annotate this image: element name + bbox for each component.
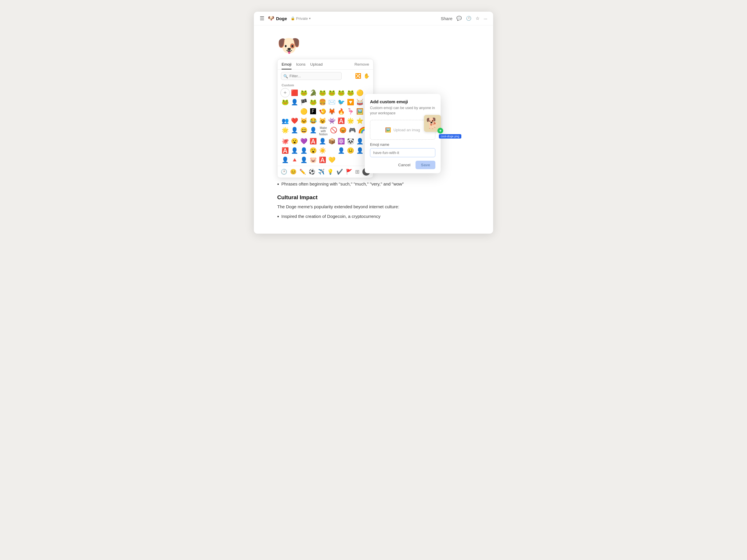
emoji-cell[interactable]: 🔥 — [336, 107, 346, 116]
emoji-cell[interactable]: 📦 — [327, 136, 336, 146]
emoji-cell[interactable]: 🦩 — [346, 107, 355, 116]
emoji-cell[interactable]: 👤 — [290, 146, 299, 155]
emoji-cell[interactable]: 🌟 — [346, 116, 355, 126]
emoji-cell[interactable]: 👤 — [299, 155, 308, 164]
emoji-cell[interactable]: MakewithNotion — [318, 126, 329, 136]
emoji-cell[interactable]: 🐸 — [308, 98, 318, 107]
objects-icon[interactable]: 💡 — [327, 168, 334, 175]
shuffle-icon[interactable]: 🔀 — [355, 73, 361, 79]
emoji-cell[interactable]: 😄 — [299, 126, 308, 135]
tab-icons[interactable]: Icons — [296, 59, 306, 70]
emoji-cell[interactable]: 👤 — [308, 126, 318, 135]
emoji-cell[interactable]: 🐙 — [280, 136, 290, 146]
emoji-cell[interactable]: 🍔 — [318, 98, 327, 107]
emoji-cell[interactable]: 🅰️ — [318, 155, 327, 164]
emoji-cell[interactable]: 🐸 — [299, 88, 308, 98]
emoji-cell[interactable]: 👤 — [290, 126, 299, 135]
emoji-cell[interactable]: 👤 — [318, 136, 327, 146]
emoji-cell[interactable]: 🅰️ — [336, 116, 346, 126]
emoji-cell[interactable]: 🐱 — [299, 116, 308, 126]
emoji-cell[interactable]: 😐 — [346, 146, 355, 155]
emoji-cell[interactable]: 🖼️ — [355, 107, 364, 116]
doc-icon-area[interactable]: 🐶 — [277, 25, 470, 59]
emoji-cell[interactable]: ☀️ — [318, 146, 327, 155]
emoji-cell[interactable]: 😺 — [318, 116, 327, 126]
hand-icon[interactable]: ✋ — [364, 73, 370, 79]
emoji-cell[interactable]: 🐊 — [308, 88, 318, 98]
emoji-cell[interactable]: 👤 — [355, 146, 364, 155]
emoji-cell[interactable]: 🐸 — [336, 88, 346, 98]
emoji-cell[interactable]: 😮 — [290, 136, 299, 146]
emoji-cell[interactable]: 👤 — [290, 98, 299, 107]
emoji-cell[interactable]: 🐸 — [346, 88, 355, 98]
grid-icon[interactable]: ⊞ — [355, 168, 360, 175]
save-button[interactable]: Save — [415, 161, 435, 169]
emoji-cell[interactable]: ❤️ — [290, 116, 299, 126]
edit-icon[interactable]: ✏️ — [300, 168, 306, 175]
symbols-icon[interactable]: ✔️ — [336, 168, 343, 175]
emoji-cell[interactable]: 🅰️ — [308, 136, 318, 146]
add-emoji-button[interactable]: + — [280, 88, 290, 98]
emoji-cell[interactable]: 🅵 — [308, 107, 318, 116]
emoji-cell[interactable]: 😂 — [308, 116, 318, 126]
emoji-cell[interactable]: 👾 — [327, 116, 336, 126]
comment-icon[interactable]: 💬 — [456, 16, 462, 21]
emoji-cell[interactable]: 🐸 — [280, 98, 290, 107]
emoji-cell[interactable]: 🚫 — [329, 126, 338, 135]
tab-emoji[interactable]: Emoji — [282, 59, 291, 70]
share-button[interactable]: Share — [441, 16, 452, 21]
emoji-cell[interactable]: 🔺 — [290, 155, 299, 164]
emoji-cell[interactable]: 👤 — [280, 155, 290, 164]
emoji-cell[interactable]: 🦊 — [327, 107, 336, 116]
emoji-cell[interactable]: 💜 — [299, 136, 308, 146]
emoji-cell[interactable]: 🏴 — [299, 98, 308, 107]
emoji-cell[interactable]: 👤 — [355, 136, 364, 146]
emoji-cell[interactable]: 😡 — [338, 126, 347, 135]
star-icon[interactable]: ☆ — [475, 16, 480, 21]
filter-input[interactable] — [281, 72, 342, 80]
emoji-cell[interactable]: 🎮 — [347, 126, 357, 135]
tab-upload[interactable]: Upload — [310, 59, 323, 70]
emoji-cell[interactable]: ✉️ — [327, 98, 336, 107]
emoji-cell[interactable]: 🍤 — [318, 107, 327, 116]
history-icon[interactable]: 🕐 — [466, 16, 471, 21]
emoji-cell[interactable]: 🐦 — [336, 98, 346, 107]
emoji-cell[interactable]: 🐸 — [327, 88, 336, 98]
emoji-name-input[interactable] — [370, 148, 435, 157]
emoji-cell[interactable]: 🐼 — [346, 136, 355, 146]
flags-icon[interactable]: 🚩 — [346, 168, 352, 175]
emoji-cell[interactable]: 🅰️ — [280, 146, 290, 155]
emoji-cell[interactable]: ⭐ — [355, 116, 364, 126]
remove-button[interactable]: Remove — [355, 62, 369, 66]
emoji-cell[interactable]: 👤 — [299, 146, 308, 155]
emoji-cell[interactable] — [336, 155, 346, 164]
filter-input-wrap: 🔍 — [281, 72, 353, 80]
smileys-icon[interactable]: 😊 — [290, 168, 297, 175]
emoji-cell[interactable] — [290, 107, 299, 116]
emoji-cell[interactable]: 💛 — [327, 155, 336, 164]
emoji-cell[interactable]: 🟥 — [290, 88, 299, 98]
doc-bullet-1: • Phrases often beginning with "such," "… — [277, 180, 470, 189]
activities-icon[interactable]: ⚽ — [309, 168, 315, 175]
custom-section-label: Custom — [278, 82, 373, 87]
emoji-cell[interactable]: ⚛️ — [336, 136, 346, 146]
emoji-cell[interactable]: 🐷 — [308, 155, 318, 164]
emoji-cell[interactable] — [280, 107, 290, 116]
emoji-cell[interactable]: 👤 — [336, 146, 346, 155]
emoji-cell[interactable]: 🟡 — [355, 88, 364, 98]
travel-icon[interactable]: ✈️ — [318, 168, 325, 175]
emoji-cell[interactable]: 🐸 — [318, 88, 327, 98]
upload-area[interactable]: 🖼️ Upload an imag 🐕 + cool-doge.png — [370, 120, 435, 140]
hamburger-icon[interactable]: ☰ — [260, 15, 264, 22]
recent-icon[interactable]: 🕐 — [281, 168, 287, 175]
emoji-cell[interactable]: 👥 — [280, 116, 290, 126]
emoji-cell[interactable]: 🔽 — [346, 98, 355, 107]
more-icon[interactable]: ··· — [484, 16, 487, 21]
private-toggle[interactable]: 🔒 Private ▾ — [291, 16, 311, 21]
cancel-button[interactable]: Cancel — [395, 161, 413, 169]
emoji-cell[interactable]: 🌟 — [280, 126, 290, 135]
emoji-cell[interactable] — [327, 146, 336, 155]
emoji-cell[interactable]: 😮 — [308, 146, 318, 155]
emoji-cell[interactable]: 🥁 — [355, 98, 364, 107]
emoji-cell[interactable]: 🟡 — [299, 107, 308, 116]
